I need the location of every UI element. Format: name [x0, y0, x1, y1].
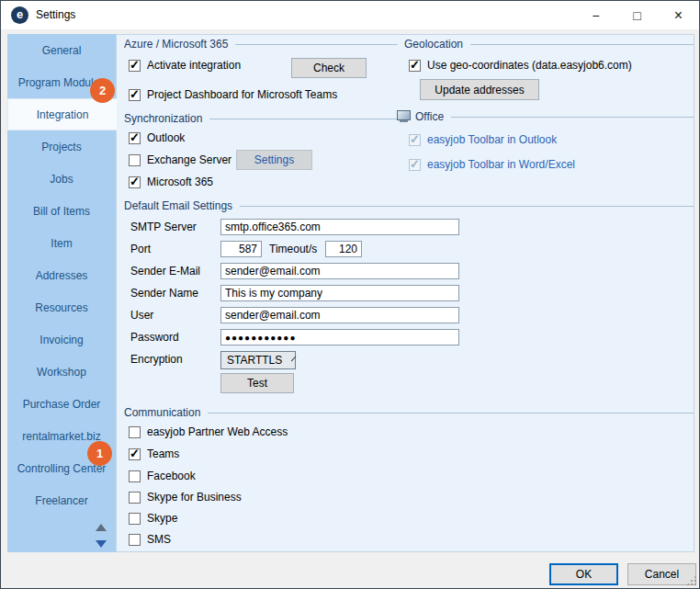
update-addresses-button[interactable]: Update addresses [420, 79, 539, 100]
checkbox-label: Project Dashboard for Microsoft Teams [147, 88, 337, 101]
outlook-checkbox[interactable]: Outlook [129, 130, 185, 145]
checkbox-label: Outlook [147, 131, 185, 144]
port-input[interactable] [220, 241, 262, 257]
partner-web-access-checkbox[interactable]: easyjob Partner Web Access [129, 425, 288, 439]
checkbox-box[interactable] [129, 426, 141, 438]
email-section-header: Default Email Settings [124, 199, 694, 212]
geo-coordinates-checkbox[interactable]: Use geo-coordinates (data.easyjob6.com) [409, 58, 632, 73]
checkbox-box[interactable] [129, 534, 141, 546]
timeout-input[interactable] [325, 241, 362, 257]
sidebar-item-workshop[interactable]: Workshop [7, 356, 116, 388]
sidebar-item-integration[interactable]: Integration [7, 98, 117, 130]
sidebar-item-jobs[interactable]: Jobs [7, 163, 116, 195]
checkbox-box[interactable] [129, 60, 141, 72]
integration-panel: Azure / Microsoft 365 Activate integrati… [116, 34, 694, 552]
office-section-title: Office [415, 110, 451, 123]
sender-email-input[interactable] [220, 263, 459, 279]
encryption-value: STARTTLS [227, 354, 282, 367]
checkbox-box [409, 159, 421, 171]
section-rule [208, 413, 694, 413]
section-rule [209, 119, 398, 119]
checkbox-box[interactable] [129, 176, 141, 188]
checkbox-label: Exchange Server [147, 153, 231, 166]
sidebar-item-general[interactable]: General [7, 34, 116, 66]
sidebar-item-addresses[interactable]: Addresses [7, 259, 116, 291]
activate-integration-checkbox[interactable]: Activate integration [129, 58, 241, 73]
checkbox-label: Microsoft 365 [147, 176, 213, 188]
skype-checkbox[interactable]: Skype [129, 511, 177, 526]
sidebar-item-bill-of-items[interactable]: Bill of Items [7, 195, 116, 227]
section-rule [235, 44, 398, 45]
sidebar-item-freelancer[interactable]: Freelancer [7, 484, 116, 516]
facebook-checkbox[interactable]: Facebook [129, 469, 196, 483]
test-button[interactable]: Test [220, 373, 294, 393]
encryption-dropdown[interactable]: STARTTLS [220, 351, 296, 369]
maximize-icon[interactable]: □ [616, 1, 658, 29]
sender-email-label: Sender E-Mail [130, 265, 200, 278]
project-dashboard-checkbox[interactable]: Project Dashboard for Microsoft Teams [129, 87, 337, 102]
smtp-server-label: SMTP Server [130, 221, 197, 233]
app-logo-icon: e [11, 6, 28, 24]
sidebar-item-item[interactable]: Item [7, 227, 116, 259]
geolocation-section-header: Geolocation [404, 38, 694, 51]
azure-section-header: Azure / Microsoft 365 [124, 38, 398, 51]
email-section-title: Default Email Settings [124, 199, 240, 212]
checkbox-label: Skype for Business [147, 491, 242, 504]
minimize-icon[interactable]: − [575, 1, 616, 29]
checkbox-box[interactable] [129, 154, 141, 166]
port-label: Port [130, 243, 151, 255]
geolocation-section-title: Geolocation [404, 38, 470, 51]
sender-name-input[interactable] [220, 285, 459, 301]
checkbox-label: Facebook [147, 470, 196, 482]
checkbox-box[interactable] [129, 89, 141, 101]
sms-checkbox[interactable]: SMS [129, 532, 171, 547]
smtp-server-input[interactable] [220, 219, 459, 235]
sender-name-label: Sender Name [130, 287, 198, 300]
checkbox-box[interactable] [129, 492, 141, 504]
checkbox-box[interactable] [129, 448, 141, 460]
settings-window: e Settings − □ × General Program Modules… [0, 0, 700, 589]
checkbox-label: easyjob Toolbar in Word/Excel [427, 158, 575, 171]
ok-button[interactable]: OK [549, 563, 618, 585]
monitor-icon [397, 110, 412, 123]
section-rule [451, 117, 694, 118]
exchange-settings-button[interactable]: Settings [236, 150, 312, 170]
checkbox-box[interactable] [129, 513, 141, 525]
sidebar-item-projects[interactable]: Projects [7, 130, 116, 163]
teams-checkbox[interactable]: Teams [129, 447, 179, 461]
callout-badge-2: 2 [90, 78, 115, 103]
encryption-label: Encryption [130, 353, 183, 366]
checkbox-label: Skype [147, 512, 177, 525]
user-label: User [130, 309, 153, 322]
user-input[interactable] [220, 307, 459, 323]
sidebar-item-purchase-order[interactable]: Purchase Order [7, 388, 116, 420]
checkbox-label: easyjob Toolbar in Outlook [427, 133, 557, 146]
checkbox-box[interactable] [129, 132, 141, 144]
window-controls: − □ × [575, 1, 699, 29]
checkbox-box[interactable] [409, 60, 421, 72]
microsoft-365-checkbox[interactable]: Microsoft 365 [129, 175, 213, 189]
skype-for-business-checkbox[interactable]: Skype for Business [129, 490, 242, 504]
exchange-server-checkbox[interactable]: Exchange Server [129, 153, 231, 167]
sidebar-scroll-up-icon[interactable] [96, 524, 107, 531]
sidebar-item-invoicing[interactable]: Invoicing [7, 323, 116, 356]
check-button[interactable]: Check [291, 58, 367, 78]
checkbox-box[interactable] [129, 470, 141, 482]
section-rule [470, 44, 694, 45]
password-input[interactable] [220, 329, 459, 345]
section-rule [240, 206, 694, 207]
toolbar-outlook-checkbox: easyjob Toolbar in Outlook [409, 132, 557, 147]
timeout-label: Timeout/s [269, 243, 317, 255]
checkbox-label: Use geo-coordinates (data.easyjob6.com) [427, 59, 632, 72]
synchronization-section-title: Synchronization [124, 112, 209, 125]
sidebar-scroll-down-icon[interactable] [96, 540, 107, 548]
communication-section-header: Communication [124, 406, 694, 419]
communication-section-title: Communication [124, 406, 208, 419]
sidebar-item-resources[interactable]: Resources [7, 291, 116, 323]
window-title: Settings [36, 8, 75, 21]
close-icon[interactable]: × [658, 1, 699, 29]
toolbar-word-excel-checkbox: easyjob Toolbar in Word/Excel [409, 157, 575, 172]
checkbox-label: Teams [147, 447, 179, 460]
cancel-button[interactable]: Cancel [627, 563, 696, 585]
checkbox-label: SMS [147, 533, 171, 546]
